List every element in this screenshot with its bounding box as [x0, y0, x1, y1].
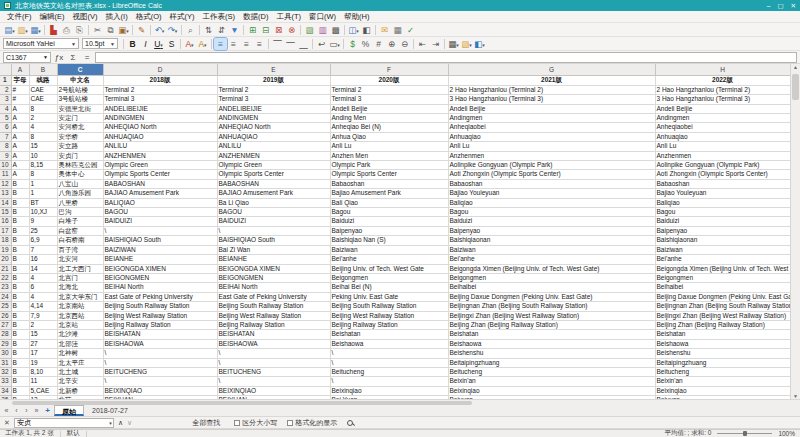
- cell[interactable]: CAE: [29, 85, 57, 94]
- row-header[interactable]: 13: [0, 189, 11, 198]
- cell[interactable]: ANDINGMEN: [217, 114, 330, 123]
- cell[interactable]: 北土城: [57, 367, 103, 376]
- cell[interactable]: BAJIAO Amusement Park: [217, 189, 330, 198]
- page-style[interactable]: 默认: [67, 429, 80, 437]
- cell[interactable]: 北京站: [57, 320, 103, 329]
- align-center-icon[interactable]: ≡: [227, 38, 240, 50]
- cell[interactable]: B: [11, 217, 29, 226]
- insert-column-icon[interactable]: ⊟: [259, 24, 272, 36]
- background-color-icon[interactable]: ▨▾: [460, 38, 473, 50]
- cell[interactable]: \: [330, 358, 448, 367]
- cell[interactable]: B: [11, 283, 29, 292]
- row-header[interactable]: 17: [0, 226, 11, 235]
- copy-icon[interactable]: ⧉: [104, 24, 117, 36]
- cell[interactable]: B: [11, 179, 29, 188]
- cell[interactable]: \: [103, 349, 217, 358]
- cell[interactable]: BAGOU: [217, 208, 330, 217]
- cell[interactable]: Beihai Bei (N): [330, 283, 448, 292]
- match-case-checkbox[interactable]: 区分大小写: [234, 418, 277, 428]
- row-header[interactable]: 10: [0, 161, 11, 170]
- cell[interactable]: #: [11, 95, 29, 104]
- cell[interactable]: 11: [29, 377, 57, 386]
- cell[interactable]: BEIGONGDA XIMEN: [217, 264, 330, 273]
- first-sheet-icon[interactable]: «: [2, 407, 11, 414]
- cell[interactable]: Olympic Park: [330, 161, 448, 170]
- cell[interactable]: BEIGONGMEN: [217, 273, 330, 282]
- cell[interactable]: 安华桥: [57, 132, 103, 141]
- cell[interactable]: Bei'anhe: [655, 255, 790, 264]
- align-bottom-icon[interactable]: ⎽: [297, 38, 310, 50]
- row-header[interactable]: 1: [0, 76, 11, 86]
- cell[interactable]: BAJIAO Amusement Park: [103, 189, 217, 198]
- cell[interactable]: B: [11, 292, 29, 301]
- sheet-tab-0[interactable]: 原始: [54, 405, 84, 416]
- format-currency-icon[interactable]: $: [346, 38, 359, 50]
- row-header[interactable]: 34: [0, 386, 11, 395]
- cell[interactable]: Beijing Daxue Dongmen (Peking Univ. East…: [655, 292, 790, 301]
- cell[interactable]: 北宫门: [57, 273, 103, 282]
- cell[interactable]: Beigongmen: [655, 273, 790, 282]
- cut-icon[interactable]: ✂: [91, 24, 104, 36]
- cell[interactable]: BEISHAOWA: [217, 339, 330, 348]
- next-sheet-icon[interactable]: ›: [22, 407, 31, 414]
- wrap-text-icon[interactable]: ↩: [315, 38, 328, 50]
- cell[interactable]: 奥林匹克公园: [57, 161, 103, 170]
- vertical-scroll-thumb[interactable]: [792, 74, 799, 100]
- formula-input[interactable]: [95, 52, 797, 63]
- cell[interactable]: B: [11, 189, 29, 198]
- cell[interactable]: \: [330, 377, 448, 386]
- row-header[interactable]: 30: [0, 349, 11, 358]
- italic-icon[interactable]: I: [139, 38, 152, 50]
- row-header[interactable]: 5: [0, 114, 11, 123]
- cell[interactable]: 2: [29, 320, 57, 329]
- maximize-button[interactable]: ▢: [777, 2, 783, 10]
- cell[interactable]: Beijing South Railway Station: [103, 302, 217, 311]
- cell[interactable]: Bajiao Youleyuan: [655, 189, 790, 198]
- row-header[interactable]: 29: [0, 339, 11, 348]
- merge-cells-icon[interactable]: ▭▾: [328, 38, 341, 50]
- menu-item-10[interactable]: 帮助(H): [340, 11, 373, 23]
- find-all-button[interactable]: 全部查找: [192, 418, 220, 428]
- cell[interactable]: 北京南站: [57, 302, 103, 311]
- cell[interactable]: A: [11, 114, 29, 123]
- cell[interactable]: Beigongmen: [448, 273, 655, 282]
- cell[interactable]: ANHUAQIAO: [217, 132, 330, 141]
- cell[interactable]: B: [11, 273, 29, 282]
- cell[interactable]: Baiduizi: [330, 217, 448, 226]
- cell[interactable]: Anzhen Men: [330, 151, 448, 160]
- cell[interactable]: Beihaibei: [448, 283, 655, 292]
- new-icon[interactable]: ▤▾: [3, 24, 16, 36]
- justify-icon[interactable]: ≡: [253, 38, 266, 50]
- cell[interactable]: B: [11, 264, 29, 273]
- cell[interactable]: Beishatan: [448, 330, 655, 339]
- cell[interactable]: ANDELIBEIJIE: [217, 104, 330, 113]
- align-right-icon[interactable]: ≡: [240, 38, 253, 50]
- row-header[interactable]: 9: [0, 151, 11, 160]
- cell[interactable]: Beitucheng: [655, 367, 790, 376]
- chevron-down-icon[interactable]: ▾: [108, 420, 113, 426]
- cell[interactable]: Andeli Beijie: [330, 104, 448, 113]
- print-icon[interactable]: ⎙: [60, 24, 73, 36]
- cell[interactable]: Baiziwan: [448, 245, 655, 254]
- menu-item-9[interactable]: 窗口(W): [305, 11, 340, 23]
- menu-item-0[interactable]: 文件(F): [3, 11, 36, 23]
- cell[interactable]: Babaoshan: [330, 179, 448, 188]
- cell[interactable]: 八宝山: [57, 179, 103, 188]
- cell[interactable]: B: [11, 367, 29, 376]
- cell[interactable]: Beijing Zhan (Beijing Railway Station): [655, 320, 790, 329]
- cell[interactable]: BABAOSHAN: [217, 179, 330, 188]
- function-wizard-icon[interactable]: ƒx: [53, 53, 65, 62]
- cell[interactable]: 安河桥北: [57, 123, 103, 132]
- cell[interactable]: A: [11, 104, 29, 113]
- cell[interactable]: ANZHENMEN: [217, 151, 330, 160]
- cell[interactable]: Beijingxi Zhan (Beijing West Railway Sta…: [448, 311, 655, 320]
- cell[interactable]: Beixinqiao: [330, 386, 448, 395]
- cell[interactable]: Beijing Railway Station: [330, 320, 448, 329]
- cell[interactable]: BEISHATAN: [103, 330, 217, 339]
- cell[interactable]: Beishenshu: [655, 349, 790, 358]
- show-grid-icon[interactable]: ▦: [391, 24, 404, 36]
- cell[interactable]: 25: [29, 226, 57, 235]
- menu-item-4[interactable]: 格式(O): [132, 11, 166, 23]
- column-header-F[interactable]: F: [330, 64, 448, 76]
- row-header[interactable]: 32: [0, 367, 11, 376]
